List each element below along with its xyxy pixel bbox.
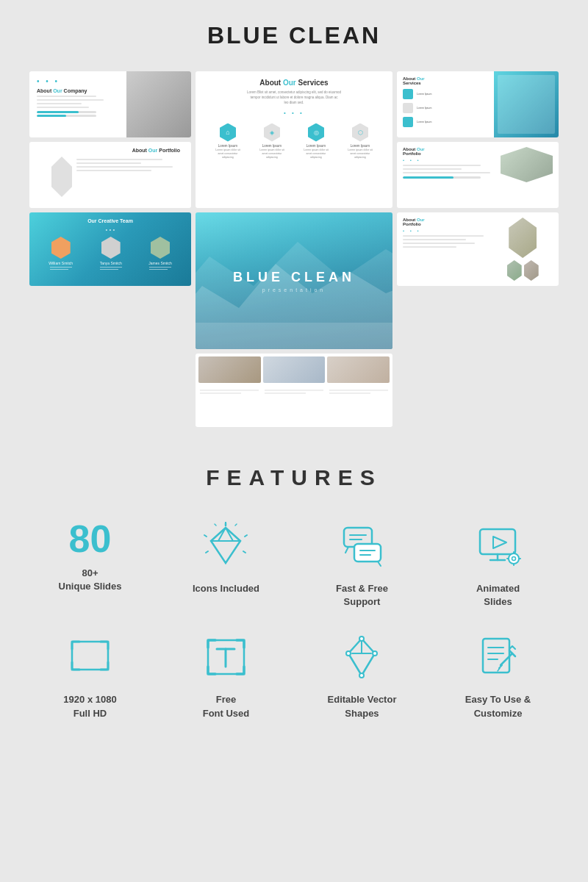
slide-photos xyxy=(196,354,392,427)
slide-about-portfolio-left: About Our Portfolio xyxy=(29,142,191,208)
portfolio-right-title-1: About OurPortfolio xyxy=(403,147,501,156)
services-title-big: About Our Services xyxy=(206,79,382,87)
hex-diamond: ◈ xyxy=(264,123,280,142)
member-lines-1 xyxy=(50,265,72,271)
feature-label-icons: Icons Included xyxy=(193,582,259,595)
member-hex-james xyxy=(151,237,170,259)
notepad-edit-icon xyxy=(473,631,524,682)
feature-easy: Easy To Use &Customize xyxy=(437,631,559,720)
vector-pen-icon xyxy=(337,631,388,682)
svc-desc-home: Lorem ipsum dolor sit amet consectetur a… xyxy=(213,148,243,160)
svg-rect-42 xyxy=(483,639,509,673)
feature-number-80: 80 xyxy=(69,520,112,558)
portfolio-right-2-content: About OurPortfolio • • • xyxy=(397,212,559,286)
slides-col-left: • • • About Our Company About Our P xyxy=(29,71,191,427)
team-member-1: William Smitch xyxy=(49,237,73,271)
svg-rect-22 xyxy=(480,529,515,554)
service-icon-hex4: ⬡ Lorem Ipsum Lorem ipsum dolor sit amet… xyxy=(345,123,375,160)
feature-label-unique-slides: 80+Unique Slides xyxy=(59,567,122,593)
hd-frame-svg xyxy=(66,633,114,681)
member-hex-tanya xyxy=(101,237,121,259)
features-section: FEATURES 80 80+Unique Slides xyxy=(29,465,559,720)
slide-team: Our Creative Team • • • William Smitch T… xyxy=(29,212,191,286)
vector-pen-svg xyxy=(338,633,386,681)
features-title: FEATURES xyxy=(29,465,559,490)
hex-home: ⌂ xyxy=(220,123,236,142)
services-dots: • • • xyxy=(206,110,382,116)
team-title: Our Creative Team xyxy=(35,218,185,223)
animated-svg xyxy=(474,522,522,570)
portfolio-right-content: About OurPortfolio • • • xyxy=(403,147,501,203)
portfolio-2-dots: • • • xyxy=(403,229,492,233)
photo-2 xyxy=(263,356,326,383)
feature-font: FreeFont Used xyxy=(165,631,287,720)
font-t-icon xyxy=(201,631,252,682)
photo-captions xyxy=(198,385,390,425)
services-icons-row: ⌂ Lorem Ipsum Lorem ipsum dolor sit amet… xyxy=(206,123,382,160)
hd-frame-icon xyxy=(65,631,116,682)
feature-label-vector: Editable VectorShapes xyxy=(328,693,397,720)
page: BLUE CLEAN • • • About Our Company xyxy=(0,0,588,772)
svc-label-3: Lorem Ipsum xyxy=(306,144,326,148)
svc-label-4: Lorem Ipsum xyxy=(351,144,370,148)
service-icon-hex2: ◈ Lorem Ipsum Lorem ipsum dolor sit amet… xyxy=(257,123,287,160)
svg-line-46 xyxy=(501,653,512,665)
slide-dots: • • • xyxy=(37,77,111,85)
services-right-image xyxy=(494,71,559,137)
animated-icon xyxy=(473,520,524,571)
feature-icons: Icons Included xyxy=(165,520,287,609)
svg-point-26 xyxy=(509,553,519,564)
portfolio-right-hex-images xyxy=(501,147,553,203)
font-t-svg xyxy=(202,633,250,681)
svg-line-15 xyxy=(215,524,216,526)
member-hex-william xyxy=(51,237,71,259)
hero-text-overlay: BLUE CLEAN presentation xyxy=(233,270,355,293)
slide-services-right: About OurServices Lorem Ipsum Lorem Ipsu… xyxy=(397,71,559,137)
svg-line-14 xyxy=(235,524,237,526)
svc-label-home: Lorem Ipsum xyxy=(218,144,237,148)
feature-label-easy: Easy To Use &Customize xyxy=(465,693,531,720)
feature-label-hd: 1920 x 1080Full HD xyxy=(63,693,116,720)
slides-preview: • • • About Our Company About Our P xyxy=(29,71,559,436)
svc-desc-2: Lorem ipsum dolor sit amet consectetur a… xyxy=(257,148,287,160)
svg-rect-32 xyxy=(72,642,108,670)
slides-col-right: About OurServices Lorem Ipsum Lorem Ipsu… xyxy=(397,71,559,427)
company-image xyxy=(126,71,191,137)
portfolio-right-2-title: About OurPortfolio xyxy=(403,218,492,226)
team-dots: • • • xyxy=(35,226,185,233)
portfolio-2-lines xyxy=(403,235,492,248)
svg-point-38 xyxy=(359,637,364,641)
features-grid-row1: 80 80+Unique Slides xyxy=(29,520,559,609)
hero-title: BLUE CLEAN xyxy=(233,270,355,285)
svg-line-11 xyxy=(204,535,207,537)
slide-portfolio-right-2: About OurPortfolio • • • xyxy=(397,212,559,286)
svc-desc-3: Lorem ipsum dolor sit amet consectetur a… xyxy=(301,148,331,160)
diamond-icon xyxy=(201,520,252,571)
chat-support-icon xyxy=(337,520,388,571)
services-desc: Lorem Blixt sit amet, consectetur adipis… xyxy=(206,90,382,106)
slide-company-title: About Our Company xyxy=(37,88,111,93)
service-icon-hex3: ◎ Lorem Ipsum Lorem ipsum dolor sit amet… xyxy=(301,123,331,160)
feature-unique-slides: 80 80+Unique Slides xyxy=(29,520,151,609)
features-grid-row2: 1920 x 1080Full HD xyxy=(29,631,559,720)
photo-3 xyxy=(327,356,390,383)
svg-line-10 xyxy=(245,535,247,537)
svg-line-12 xyxy=(243,551,245,553)
team-members: William Smitch Tanya Smitch James Smitch xyxy=(35,237,185,271)
slides-col-center: About Our Services Lorem Blixt sit amet,… xyxy=(196,71,392,427)
slide-lines xyxy=(37,96,111,108)
slide-portfolio-right-1: About OurPortfolio • • • xyxy=(397,142,559,208)
services-right-title: About OurServices xyxy=(403,76,490,85)
slide-about-company: • • • About Our Company xyxy=(29,71,191,137)
svg-point-39 xyxy=(373,651,377,656)
feature-label-animated: AnimatedSlides xyxy=(476,582,520,609)
svg-marker-4 xyxy=(211,528,240,563)
svg-line-13 xyxy=(206,551,208,553)
hex-arrow: ⬡ xyxy=(352,123,368,142)
feature-vector: Editable VectorShapes xyxy=(301,631,423,720)
service-icon-home: ⌂ Lorem Ipsum Lorem ipsum dolor sit amet… xyxy=(213,123,243,160)
photo-1 xyxy=(198,356,261,383)
notepad-edit-svg xyxy=(474,633,522,681)
team-member-3: James Smitch xyxy=(148,237,171,271)
chat-support-svg xyxy=(338,522,386,570)
